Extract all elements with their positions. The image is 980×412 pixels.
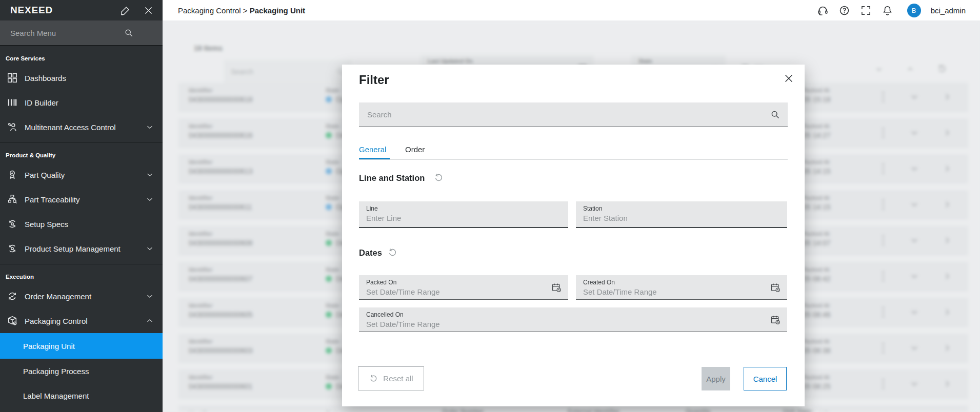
packed-on-label: Packed On [366, 279, 396, 286]
breadcrumb: Packaging Control > Packaging Unit [178, 6, 305, 15]
modal-title: Filter [359, 73, 389, 87]
tab-order[interactable]: Order [405, 145, 425, 154]
chevron-down-icon [145, 122, 154, 132]
chevron-up-icon [145, 316, 154, 325]
sidebar-item-label: Packaging Control [25, 317, 88, 325]
filter-modal: Filter Search General Order Line and Sta… [342, 65, 805, 406]
gear-sync-icon [7, 218, 18, 230]
dashboard-icon [7, 72, 18, 84]
dates-heading: Dates [359, 248, 382, 258]
user-access-icon [7, 121, 18, 133]
breadcrumb-separator: > [243, 6, 248, 15]
tab-general[interactable]: General [359, 145, 386, 154]
sidebar-item-label: Part Quality [25, 171, 65, 179]
username[interactable]: bci_admin [931, 6, 966, 15]
award-icon [7, 169, 18, 180]
sidebar-item-label: Part Traceability [25, 195, 80, 204]
package-icon [7, 315, 18, 326]
sidebar-item-setup-specs[interactable]: Setup Specs [0, 212, 163, 236]
section-product-quality: Product & Quality [0, 143, 163, 162]
modal-search-placeholder: Search [367, 110, 392, 119]
brand-logo: NEXEED [10, 5, 53, 16]
packed-on-placeholder: Set Date/Time Range [366, 287, 440, 296]
search-icon [770, 109, 781, 120]
sync-icon [7, 291, 18, 302]
notifications-bell-icon[interactable] [882, 5, 893, 16]
sidebar-item-multitenant-access-control[interactable]: Multitenant Access Control [0, 115, 163, 139]
packed-on-field[interactable]: Packed On Set Date/Time Range [359, 275, 568, 300]
sidebar-subitem-label-management[interactable]: Label Management [0, 383, 163, 408]
cancelled-on-field[interactable]: Cancelled On Set Date/Time Range [359, 307, 787, 332]
chevron-down-icon [145, 244, 154, 253]
chevron-down-icon [145, 195, 154, 204]
reset-section-icon[interactable] [433, 172, 444, 183]
fullscreen-icon[interactable] [860, 5, 872, 16]
calendar-clock-icon[interactable] [551, 282, 562, 293]
chevron-down-icon [145, 292, 154, 301]
sidebar-item-order-management[interactable]: Order Management [0, 284, 163, 308]
topbar: Packaging Control > Packaging Unit B bci… [163, 0, 980, 20]
reset-all-label: Reset all [383, 374, 413, 383]
cancel-button[interactable]: Cancel [744, 367, 787, 390]
created-on-placeholder: Set Date/Time Range [583, 287, 657, 296]
sidebar-item-part-traceability[interactable]: Part Traceability [0, 187, 163, 212]
sidebar: NEXEED Search Menu Core Services Dashboa… [0, 0, 163, 412]
menu-search-placeholder: Search Menu [10, 29, 56, 37]
sidebar-item-id-builder[interactable]: ID Builder [0, 90, 163, 115]
help-icon[interactable] [838, 5, 850, 16]
sidebar-subitem-packaging-unit[interactable]: Packaging Unit [0, 333, 163, 359]
gear-sync-icon [7, 243, 18, 254]
station-field[interactable]: Station Enter Station [576, 201, 787, 228]
application-window: 19 Items Search Last Updated On Set Date… [0, 0, 980, 412]
traceability-icon [7, 194, 18, 205]
station-field-placeholder: Enter Station [583, 214, 628, 222]
calendar-clock-icon[interactable] [770, 315, 781, 325]
support-headset-icon[interactable] [817, 5, 829, 16]
menu-search-input[interactable]: Search Menu [0, 20, 163, 46]
search-icon [124, 28, 134, 38]
sidebar-item-label: ID Builder [25, 98, 58, 107]
line-station-heading: Line and Station [359, 173, 425, 183]
section-execution: Execution [0, 264, 163, 284]
active-tab-indicator [359, 158, 390, 159]
line-field[interactable]: Line Enter Line [359, 201, 568, 228]
sidebar-item-label: Order Management [25, 292, 91, 301]
sidebar-item-label: Multitenant Access Control [25, 123, 116, 132]
reset-all-button[interactable]: Reset all [358, 366, 424, 390]
sidebar-item-packaging-control[interactable]: Packaging Control [0, 308, 163, 333]
station-field-label: Station [583, 205, 602, 212]
line-field-label: Line [366, 205, 378, 212]
sidebar-item-product-setup-management[interactable]: Product Setup Management [0, 236, 163, 261]
chevron-down-icon [145, 170, 154, 179]
cancelled-on-placeholder: Set Date/Time Range [366, 320, 440, 328]
sidebar-item-label: Setup Specs [25, 220, 68, 229]
close-sidebar-icon[interactable] [143, 5, 154, 16]
sidebar-item-part-quality[interactable]: Part Quality [0, 162, 163, 187]
reset-icon [369, 374, 378, 383]
reset-section-icon[interactable] [387, 247, 398, 258]
calendar-clock-icon[interactable] [770, 282, 781, 293]
breadcrumb-parent[interactable]: Packaging Control [178, 6, 241, 15]
sidebar-item-label: Dashboards [25, 74, 66, 83]
created-on-field[interactable]: Created On Set Date/Time Range [576, 275, 787, 300]
sidebar-item-label: Product Setup Management [25, 244, 121, 253]
close-icon[interactable] [783, 73, 794, 84]
cancelled-on-label: Cancelled On [366, 311, 404, 318]
breadcrumb-current: Packaging Unit [250, 6, 305, 15]
sidebar-item-dashboards[interactable]: Dashboards [0, 66, 163, 90]
line-field-placeholder: Enter Line [366, 214, 401, 222]
edit-menu-icon[interactable] [120, 5, 131, 16]
tab-divider [359, 159, 788, 160]
barcode-icon [7, 97, 18, 108]
apply-button[interactable]: Apply [702, 367, 730, 390]
sidebar-subitem-packaging-process[interactable]: Packaging Process [0, 359, 163, 383]
created-on-label: Created On [583, 279, 615, 286]
avatar[interactable]: B [907, 4, 921, 17]
section-core-services: Core Services [0, 46, 163, 66]
modal-search-input[interactable]: Search [359, 102, 788, 127]
